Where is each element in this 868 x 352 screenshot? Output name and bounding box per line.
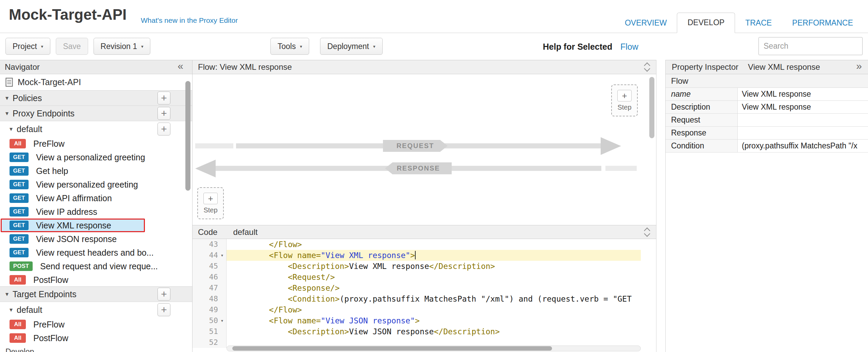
line-number: 47	[209, 283, 218, 293]
toolbar-center-group: Tools ▾ Deployment ▾	[270, 38, 383, 55]
add-proxy-flow-button[interactable]: +	[157, 123, 170, 135]
code-token: </Flow>	[269, 305, 302, 314]
code-token	[231, 251, 269, 260]
add-policy-button[interactable]: +	[157, 92, 170, 105]
deployment-dropdown[interactable]: Deployment ▾	[320, 38, 382, 55]
revision-dropdown[interactable]: Revision 1 ▾	[94, 38, 151, 55]
flow-diagram-canvas: + Step REQUEST RESPONSE + Step	[193, 74, 656, 225]
nav-item-get-help[interactable]: GETGet help	[0, 164, 192, 178]
add-proxy-endpoint-button[interactable]: +	[157, 107, 170, 120]
prop-row-name: nameView XML response	[666, 88, 868, 101]
toolbar: Project ▾ Save Revision 1 ▾ Tools ▾ Depl…	[0, 33, 868, 60]
line-number: 45	[209, 261, 218, 272]
nav-section-target-endpoints[interactable]: ▾ Target Endpoints +	[0, 286, 192, 302]
code-token: >	[415, 316, 420, 325]
whats-new-link[interactable]: What's new in the Proxy Editor	[141, 16, 238, 25]
target-endpoints-section-label: Target Endpoints	[13, 289, 77, 299]
code-editor[interactable]: 43 </Flow>44▾ <Flow name="View XML respo…	[193, 239, 656, 352]
add-request-step-button[interactable]: + Step	[611, 84, 638, 116]
nav-item-preflow[interactable]: AllPreFlow	[0, 318, 192, 331]
add-target-endpoint-button[interactable]: +	[157, 288, 170, 301]
page-title: Mock-Target-API	[9, 6, 127, 23]
nav-item-postflow[interactable]: AllPostFlow	[0, 331, 192, 345]
nav-item-label: View IP address	[36, 207, 97, 217]
nav-item-preflow[interactable]: AllPreFlow	[0, 137, 192, 150]
code-token	[231, 316, 269, 325]
revision-dropdown-label: Revision 1	[101, 42, 137, 51]
nav-item-view-json-response[interactable]: GETView JSON response	[0, 232, 192, 246]
code-line-text[interactable]: <Request/>	[227, 272, 641, 283]
nav-item-view-personalized-greeting[interactable]: GETView personalized greeting	[0, 178, 192, 191]
code-token	[231, 240, 269, 249]
prop-label: name	[666, 88, 738, 100]
code-token: <Flow name=	[269, 316, 321, 325]
code-line-text[interactable]: <Response/>	[227, 283, 641, 293]
code-token: "View XML response"	[321, 251, 410, 260]
flow-canvas-scrollbar[interactable]	[649, 77, 654, 138]
nav-item-label: PostFlow	[33, 333, 68, 343]
help-flow-link[interactable]: Flow	[620, 42, 638, 52]
disclosure-icon: ▾	[5, 110, 9, 117]
nav-item-send-request-and-view-reque[interactable]: POSTSend request and view reque...	[0, 259, 192, 273]
nav-item-view-api-affirmation[interactable]: GETView API affirmation	[0, 191, 192, 205]
code-line-text[interactable]: </Flow>	[227, 304, 641, 315]
plus-icon: +	[617, 90, 632, 101]
tab-trace[interactable]: TRACE	[735, 13, 782, 33]
nav-group-target-default[interactable]: ▾ default +	[0, 302, 192, 318]
code-line-text[interactable]: </Flow>	[227, 239, 641, 250]
prop-label: Description	[666, 101, 738, 113]
project-dropdown[interactable]: Project ▾	[5, 38, 50, 55]
fold-toggle-icon[interactable]: ▾	[218, 315, 226, 326]
code-line-text[interactable]: <Description>View XML response</Descript…	[227, 261, 641, 272]
add-target-flow-button[interactable]: +	[157, 303, 170, 316]
expand-property-inspector-icon[interactable]: »	[856, 60, 862, 72]
project-dropdown-label: Project	[13, 42, 37, 51]
proxy-endpoints-section-label: Proxy Endpoints	[13, 109, 74, 118]
collapse-expand-code-icon[interactable]	[644, 227, 651, 237]
tab-performance[interactable]: PERFORMANCE	[782, 13, 863, 33]
property-inspector-panel: Property Inspector View XML response » F…	[665, 60, 868, 352]
nav-item-postflow[interactable]: AllPostFlow	[0, 273, 192, 287]
prop-value[interactable]	[738, 114, 868, 126]
nav-item-view-ip-address[interactable]: GETView IP address	[0, 205, 192, 219]
code-token: <Condition>	[288, 294, 339, 303]
nav-item-view-a-personalized-greeting[interactable]: GETView a personalized greeting	[0, 150, 192, 164]
chevron-down-icon: ▾	[300, 44, 302, 49]
code-line-text[interactable]: <Condition>(proxy.pathsuffix MatchesPath…	[227, 293, 641, 304]
code-line-text[interactable]: <Flow name="View JSON response">	[227, 315, 641, 326]
nav-item-view-request-headers-and-bo[interactable]: GETView request headers and bo...	[0, 246, 192, 259]
fold-toggle-icon[interactable]: ▾	[218, 250, 226, 261]
tab-overview[interactable]: OVERVIEW	[615, 13, 677, 33]
code-tab-default[interactable]: default	[233, 227, 257, 237]
line-number-gutter: 50▾	[193, 315, 227, 326]
proxy-items: AllPreFlowGETView a personalized greetin…	[0, 137, 192, 287]
prop-value[interactable]: View XML response	[738, 88, 868, 100]
nav-group-proxy-default[interactable]: ▾ default +	[0, 121, 192, 137]
prop-value[interactable]: View XML response	[738, 101, 868, 113]
deployment-dropdown-label: Deployment	[327, 42, 369, 51]
line-number-gutter: 48	[193, 293, 227, 304]
prop-value[interactable]: (proxy.pathsuffix MatchesPath "/x	[738, 140, 868, 152]
collapse-navigator-icon[interactable]: «	[178, 60, 183, 72]
code-line: 43 </Flow>	[193, 239, 641, 250]
save-button[interactable]: Save	[56, 38, 88, 55]
tools-dropdown[interactable]: Tools ▾	[270, 38, 309, 55]
code-line-text[interactable]: <Description>View JSON response</Descrip…	[227, 326, 641, 337]
code-panel-title: Code	[198, 227, 217, 237]
add-response-step-button[interactable]: + Step	[197, 187, 224, 219]
navigator-scrollbar[interactable]	[185, 81, 190, 191]
search-input[interactable]	[758, 37, 863, 55]
nav-item-proxy-root[interactable]: Mock-Target-API	[0, 74, 192, 91]
code-horizontal-scrollbar-thumb[interactable]	[232, 346, 552, 351]
code-line-text[interactable]: <Flow name="View XML response">	[227, 250, 641, 261]
nav-item-view-xml-response[interactable]: GETView XML response	[1, 219, 145, 232]
code-token: View JSON response	[349, 327, 434, 336]
prop-value[interactable]	[738, 127, 868, 139]
nav-section-policies[interactable]: ▾ Policies +	[0, 90, 192, 106]
nav-item-label: PostFlow	[33, 275, 68, 285]
collapse-expand-flow-icon[interactable]	[644, 62, 651, 72]
nav-section-proxy-endpoints[interactable]: ▾ Proxy Endpoints +	[0, 106, 192, 121]
tab-develop[interactable]: DEVELOP	[677, 13, 735, 33]
request-flow-bar-segment	[195, 143, 233, 148]
nav-item-label: View request headers and bo...	[36, 248, 154, 258]
